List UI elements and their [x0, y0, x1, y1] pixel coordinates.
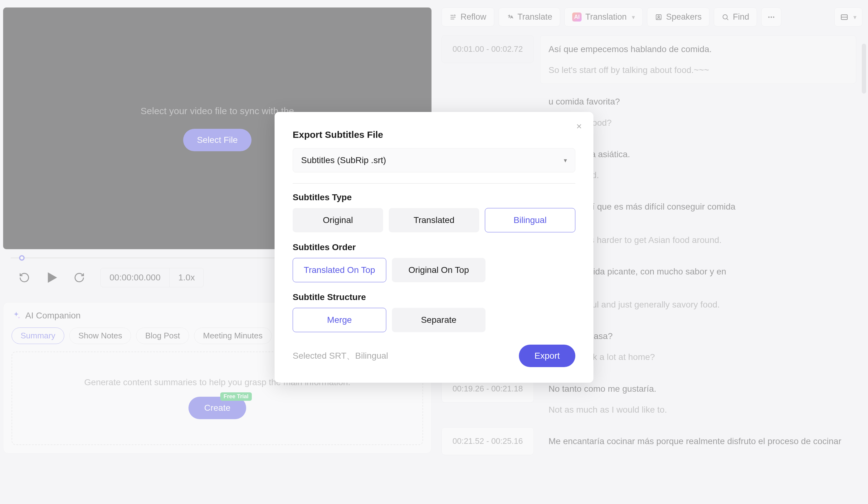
- subtitle-structure-label: Subtitle Structure: [293, 292, 575, 302]
- subtitle-order-translated-on-top[interactable]: Translated On Top: [293, 258, 386, 282]
- modal-title: Export Subtitles File: [293, 129, 575, 140]
- export-subtitles-modal: Export Subtitles File Subtitles (SubRip …: [275, 112, 593, 383]
- subtitle-structure-separate[interactable]: Separate: [392, 308, 485, 332]
- subtitle-structure-row: MergeSeparate: [293, 308, 575, 332]
- subtitle-structure-merge[interactable]: Merge: [293, 308, 386, 332]
- subtitles-type-label: Subtitles Type: [293, 192, 575, 202]
- modal-overlay[interactable]: Export Subtitles File Subtitles (SubRip …: [0, 0, 868, 504]
- subtitles-type-row: OriginalTranslatedBilingual: [293, 208, 575, 232]
- divider: [293, 183, 575, 184]
- export-button[interactable]: Export: [519, 345, 575, 367]
- subtitles-order-row: Translated On TopOriginal On Top: [293, 258, 575, 282]
- selected-summary: Selected SRT、Bilingual: [293, 350, 388, 362]
- format-value: Subtitles (SubRip .srt): [301, 155, 386, 165]
- subtitles-order-label: Subtitles Order: [293, 242, 575, 252]
- subtitle-order-original-on-top[interactable]: Original On Top: [392, 258, 485, 282]
- close-icon[interactable]: [575, 123, 583, 130]
- chevron-down-icon: ▾: [564, 157, 567, 164]
- format-select[interactable]: Subtitles (SubRip .srt) ▾: [293, 148, 575, 172]
- subtitle-type-translated[interactable]: Translated: [389, 208, 479, 232]
- subtitle-type-bilingual[interactable]: Bilingual: [485, 208, 575, 232]
- subtitle-type-original[interactable]: Original: [293, 208, 383, 232]
